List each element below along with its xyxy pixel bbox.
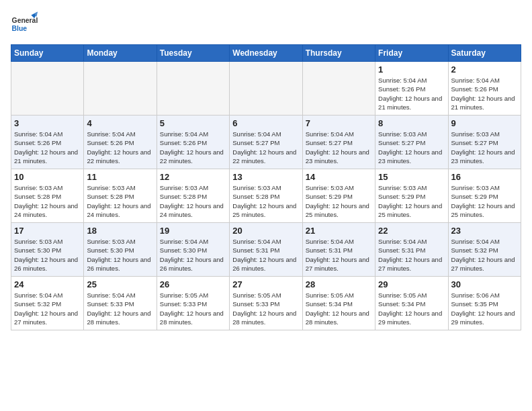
day-header-wednesday: Wednesday	[230, 45, 302, 62]
day-number: 9	[451, 118, 518, 128]
week-row-4: 17Sunrise: 5:03 AM Sunset: 5:30 PM Dayli…	[11, 223, 521, 277]
day-number: 17	[14, 226, 81, 236]
day-cell: 8Sunrise: 5:03 AM Sunset: 5:27 PM Daylig…	[375, 116, 448, 169]
day-number: 4	[87, 118, 153, 128]
day-cell: 12Sunrise: 5:03 AM Sunset: 5:28 PM Dayli…	[157, 169, 229, 223]
svg-text:General: General	[12, 17, 38, 24]
day-number: 1	[378, 64, 445, 75]
day-info: Sunrise: 5:05 AM Sunset: 5:34 PM Dayligh…	[306, 291, 372, 326]
day-number: 2	[451, 64, 518, 75]
day-number: 29	[378, 279, 445, 289]
day-info: Sunrise: 5:06 AM Sunset: 5:35 PM Dayligh…	[451, 291, 518, 326]
day-info: Sunrise: 5:04 AM Sunset: 5:31 PM Dayligh…	[232, 237, 299, 273]
day-cell: 25Sunrise: 5:04 AM Sunset: 5:33 PM Dayli…	[84, 277, 157, 330]
day-number: 10	[14, 172, 81, 182]
day-info: Sunrise: 5:03 AM Sunset: 5:27 PM Dayligh…	[451, 130, 518, 165]
week-row-2: 3Sunrise: 5:04 AM Sunset: 5:26 PM Daylig…	[11, 116, 521, 169]
day-cell: 22Sunrise: 5:04 AM Sunset: 5:31 PM Dayli…	[375, 223, 448, 277]
day-number: 13	[232, 172, 299, 182]
day-info: Sunrise: 5:04 AM Sunset: 5:30 PM Dayligh…	[160, 237, 226, 273]
page: General Blue SundayMondayTuesdayWednesda…	[0, 0, 532, 337]
day-info: Sunrise: 5:03 AM Sunset: 5:28 PM Dayligh…	[87, 183, 153, 219]
day-cell: 27Sunrise: 5:05 AM Sunset: 5:33 PM Dayli…	[230, 277, 302, 330]
day-cell: 9Sunrise: 5:03 AM Sunset: 5:27 PM Daylig…	[448, 116, 521, 169]
day-header-saturday: Saturday	[448, 45, 521, 62]
day-info: Sunrise: 5:05 AM Sunset: 5:33 PM Dayligh…	[232, 291, 299, 326]
day-number: 22	[378, 226, 445, 236]
day-number: 11	[87, 172, 153, 182]
day-number: 23	[451, 226, 518, 236]
day-info: Sunrise: 5:03 AM Sunset: 5:29 PM Dayligh…	[378, 183, 445, 219]
day-cell	[157, 62, 229, 116]
calendar-table: SundayMondayTuesdayWednesdayThursdayFrid…	[11, 44, 521, 330]
logo: General Blue	[11, 11, 38, 38]
day-cell	[230, 62, 302, 116]
day-number: 7	[306, 118, 372, 128]
day-info: Sunrise: 5:05 AM Sunset: 5:33 PM Dayligh…	[160, 291, 226, 326]
day-number: 14	[306, 172, 372, 182]
day-info: Sunrise: 5:03 AM Sunset: 5:29 PM Dayligh…	[451, 183, 518, 219]
day-cell	[84, 62, 157, 116]
day-number: 12	[160, 172, 226, 182]
day-info: Sunrise: 5:04 AM Sunset: 5:26 PM Dayligh…	[160, 130, 226, 165]
day-header-sunday: Sunday	[11, 45, 84, 62]
day-number: 18	[87, 226, 153, 236]
day-cell: 3Sunrise: 5:04 AM Sunset: 5:26 PM Daylig…	[11, 116, 84, 169]
day-cell: 1Sunrise: 5:04 AM Sunset: 5:26 PM Daylig…	[375, 62, 448, 116]
day-cell: 6Sunrise: 5:04 AM Sunset: 5:27 PM Daylig…	[230, 116, 302, 169]
svg-text:Blue: Blue	[12, 25, 28, 32]
day-cell: 5Sunrise: 5:04 AM Sunset: 5:26 PM Daylig…	[157, 116, 229, 169]
day-header-row: SundayMondayTuesdayWednesdayThursdayFrid…	[11, 45, 521, 62]
day-number: 15	[378, 172, 445, 182]
day-info: Sunrise: 5:04 AM Sunset: 5:26 PM Dayligh…	[87, 130, 153, 165]
day-cell: 23Sunrise: 5:04 AM Sunset: 5:32 PM Dayli…	[448, 223, 521, 277]
day-info: Sunrise: 5:04 AM Sunset: 5:27 PM Dayligh…	[232, 130, 299, 165]
generalblue-logo-icon: General Blue	[11, 11, 38, 38]
day-number: 5	[160, 118, 226, 128]
day-number: 19	[160, 226, 226, 236]
day-info: Sunrise: 5:04 AM Sunset: 5:31 PM Dayligh…	[378, 237, 445, 273]
day-cell: 17Sunrise: 5:03 AM Sunset: 5:30 PM Dayli…	[11, 223, 84, 277]
day-info: Sunrise: 5:03 AM Sunset: 5:30 PM Dayligh…	[14, 237, 81, 273]
day-header-tuesday: Tuesday	[157, 45, 229, 62]
day-number: 21	[306, 226, 372, 236]
day-number: 27	[232, 279, 299, 289]
day-cell: 11Sunrise: 5:03 AM Sunset: 5:28 PM Dayli…	[84, 169, 157, 223]
day-info: Sunrise: 5:03 AM Sunset: 5:28 PM Dayligh…	[14, 183, 81, 219]
day-cell: 19Sunrise: 5:04 AM Sunset: 5:30 PM Dayli…	[157, 223, 229, 277]
day-info: Sunrise: 5:04 AM Sunset: 5:32 PM Dayligh…	[14, 291, 81, 326]
day-cell: 15Sunrise: 5:03 AM Sunset: 5:29 PM Dayli…	[375, 169, 448, 223]
day-info: Sunrise: 5:04 AM Sunset: 5:27 PM Dayligh…	[306, 130, 372, 165]
day-cell: 2Sunrise: 5:04 AM Sunset: 5:26 PM Daylig…	[448, 62, 521, 116]
day-number: 28	[306, 279, 372, 289]
day-cell: 18Sunrise: 5:03 AM Sunset: 5:30 PM Dayli…	[84, 223, 157, 277]
day-info: Sunrise: 5:04 AM Sunset: 5:26 PM Dayligh…	[378, 76, 445, 111]
day-cell: 30Sunrise: 5:06 AM Sunset: 5:35 PM Dayli…	[448, 277, 521, 330]
day-number: 25	[87, 279, 153, 289]
day-cell: 24Sunrise: 5:04 AM Sunset: 5:32 PM Dayli…	[11, 277, 84, 330]
day-info: Sunrise: 5:03 AM Sunset: 5:29 PM Dayligh…	[306, 183, 372, 219]
day-header-monday: Monday	[84, 45, 157, 62]
day-cell: 7Sunrise: 5:04 AM Sunset: 5:27 PM Daylig…	[302, 116, 375, 169]
day-cell	[302, 62, 375, 116]
day-cell	[11, 62, 84, 116]
day-cell: 16Sunrise: 5:03 AM Sunset: 5:29 PM Dayli…	[448, 169, 521, 223]
day-info: Sunrise: 5:04 AM Sunset: 5:26 PM Dayligh…	[14, 130, 81, 165]
day-cell: 4Sunrise: 5:04 AM Sunset: 5:26 PM Daylig…	[84, 116, 157, 169]
day-number: 8	[378, 118, 445, 128]
day-number: 20	[232, 226, 299, 236]
day-info: Sunrise: 5:03 AM Sunset: 5:27 PM Dayligh…	[378, 130, 445, 165]
day-cell: 21Sunrise: 5:04 AM Sunset: 5:31 PM Dayli…	[302, 223, 375, 277]
week-row-3: 10Sunrise: 5:03 AM Sunset: 5:28 PM Dayli…	[11, 169, 521, 223]
week-row-1: 1Sunrise: 5:04 AM Sunset: 5:26 PM Daylig…	[11, 62, 521, 116]
day-info: Sunrise: 5:03 AM Sunset: 5:28 PM Dayligh…	[160, 183, 226, 219]
day-number: 6	[232, 118, 299, 128]
day-cell: 29Sunrise: 5:05 AM Sunset: 5:34 PM Dayli…	[375, 277, 448, 330]
day-cell: 20Sunrise: 5:04 AM Sunset: 5:31 PM Dayli…	[230, 223, 302, 277]
day-header-thursday: Thursday	[302, 45, 375, 62]
day-info: Sunrise: 5:03 AM Sunset: 5:28 PM Dayligh…	[232, 183, 299, 219]
day-cell: 26Sunrise: 5:05 AM Sunset: 5:33 PM Dayli…	[157, 277, 229, 330]
day-info: Sunrise: 5:04 AM Sunset: 5:26 PM Dayligh…	[451, 76, 518, 111]
day-number: 26	[160, 279, 226, 289]
week-row-5: 24Sunrise: 5:04 AM Sunset: 5:32 PM Dayli…	[11, 277, 521, 330]
